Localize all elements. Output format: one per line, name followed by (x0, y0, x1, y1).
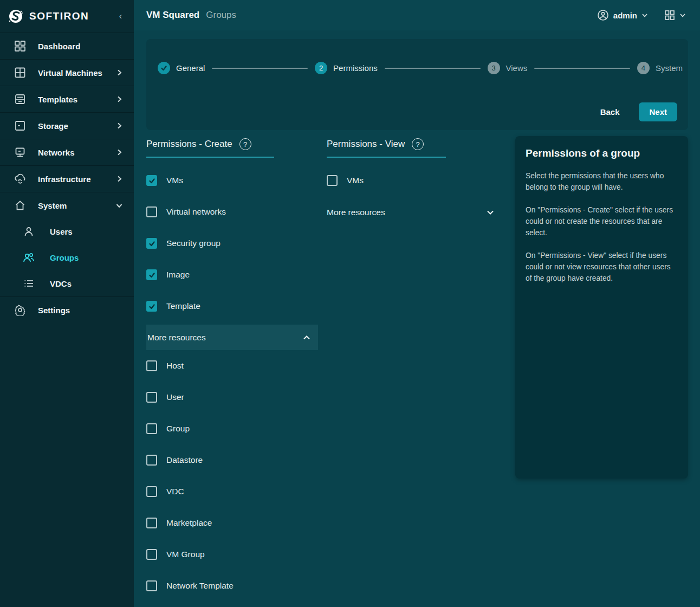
user-icon (22, 225, 35, 238)
title-underline (146, 157, 274, 158)
checkbox-label: VMs (166, 176, 183, 185)
step-label: Views (506, 63, 528, 73)
step-general[interactable]: General (158, 62, 205, 74)
checkbox[interactable] (146, 238, 157, 249)
step-views[interactable]: 3 Views (488, 62, 528, 74)
username: admin (613, 11, 637, 20)
chevron-up-icon (302, 333, 311, 342)
checkbox[interactable] (146, 549, 157, 560)
checkbox[interactable] (146, 360, 157, 371)
brand-name: SOFTIRON (29, 10, 89, 22)
checkbox-label: Template (166, 301, 200, 311)
checkbox[interactable] (146, 518, 157, 528)
home-icon (14, 199, 27, 212)
sidebar-item-templates[interactable]: Templates (0, 86, 134, 112)
chevron-right-icon (115, 95, 123, 103)
help-icon[interactable]: ? (412, 138, 424, 150)
more-resources-label: More resources (147, 333, 206, 343)
permissions-create-title: Permissions - Create ? (146, 136, 318, 157)
sidebar-item-label: Templates (38, 95, 77, 104)
stepper-connector (385, 68, 481, 69)
column-title-text: Permissions - Create (146, 139, 232, 150)
title-underline (327, 157, 446, 158)
chevron-right-icon (115, 69, 123, 76)
checkbox[interactable] (146, 423, 157, 434)
chevron-down-icon (641, 12, 648, 18)
checkbox-label: Datastore (166, 455, 203, 465)
sidebar-item-settings[interactable]: Settings (0, 296, 134, 323)
checkbox[interactable] (327, 175, 338, 186)
checkbox-row-marketplace: Marketplace (146, 507, 318, 539)
checkbox-label: Group (166, 424, 190, 434)
checkbox[interactable] (146, 486, 157, 497)
apps-grid-icon (664, 10, 675, 21)
checkbox[interactable] (146, 175, 157, 186)
templates-icon (14, 93, 27, 106)
users-group-icon (22, 251, 35, 264)
info-paragraph: On "Permissions - Create" select if the … (526, 204, 678, 238)
storage-icon (14, 119, 27, 132)
sidebar-item-label: Settings (38, 306, 70, 315)
permissions-view-column: Permissions - View ? VMs More resources (327, 136, 497, 225)
user-menu[interactable]: admin (597, 9, 648, 21)
checkbox[interactable] (146, 580, 157, 591)
sidebar-item-vdcs[interactable]: VDCs (0, 270, 134, 296)
chevron-right-icon (115, 148, 123, 156)
logo-row: SOFTIRON ‹ (0, 0, 134, 33)
sidebar-item-groups[interactable]: Groups (0, 244, 134, 270)
networks-icon (14, 146, 27, 159)
info-paragraph: Select the permissions that the users wh… (526, 170, 678, 193)
sidebar-item-label: Networks (38, 148, 75, 157)
step-system[interactable]: 4 System (637, 62, 683, 74)
checkbox-row-group: Group (146, 413, 318, 444)
checkbox-row-template: Template (146, 290, 318, 322)
permissions-view-title: Permissions - View ? (327, 136, 497, 157)
sidebar-item-label: Dashboard (38, 42, 80, 51)
page-subtitle: Groups (206, 10, 236, 21)
chevron-down-icon (486, 208, 495, 217)
checkbox-row-vm-group: VM Group (146, 539, 318, 570)
checkbox-row-user: User (146, 382, 318, 413)
step-permissions[interactable]: 2 Permissions (315, 62, 378, 74)
checkbox[interactable] (146, 206, 157, 217)
sidebar-item-label: VDCs (50, 279, 72, 288)
step-number: 3 (488, 62, 500, 74)
info-panel: Permissions of a group Select the permis… (515, 136, 688, 479)
dashboard-icon (14, 40, 27, 53)
sidebar-item-infrastructure[interactable]: Infrastructure (0, 165, 134, 192)
sidebar-item-dashboard[interactable]: Dashboard (0, 33, 134, 59)
checkbox[interactable] (146, 269, 157, 280)
softiron-logo-icon (8, 8, 24, 24)
checkbox-row-network-template: Network Template (146, 570, 318, 602)
checkbox-row-datastore: Datastore (146, 444, 318, 476)
sidebar-item-system[interactable]: System (0, 192, 134, 218)
wizard-card: General 2 Permissions 3 Views 4 System (146, 39, 688, 130)
checkbox-label: VMs (347, 176, 364, 185)
sidebar-item-storage[interactable]: Storage (0, 112, 134, 139)
sidebar-item-networks[interactable]: Networks (0, 139, 134, 165)
sidebar-item-virtual-machines[interactable]: Virtual Machines (0, 59, 134, 86)
permissions-create-column: Permissions - Create ? VMs (146, 136, 318, 602)
sidebar-item-users[interactable]: Users (0, 218, 134, 244)
sidebar-item-label: Virtual Machines (38, 68, 102, 78)
checkbox-label: Image (166, 270, 190, 280)
step-label: Permissions (333, 63, 378, 73)
sidebar-collapse-icon[interactable]: ‹ (116, 10, 125, 22)
checkbox[interactable] (146, 455, 157, 466)
next-button[interactable]: Next (639, 102, 677, 121)
gear-icon (14, 304, 27, 317)
checkbox-label: VM Group (166, 550, 205, 559)
checkbox[interactable] (146, 301, 157, 312)
checkbox[interactable] (146, 392, 157, 403)
help-icon[interactable]: ? (239, 138, 251, 150)
apps-menu[interactable] (664, 10, 686, 21)
chevron-down-icon (115, 202, 123, 209)
checkbox-row-vms: VMs (146, 165, 318, 196)
column-title-text: Permissions - View (327, 139, 405, 150)
checkbox-label: VDC (166, 487, 184, 496)
checkbox-row-security-group: Security group (146, 228, 318, 259)
stepper-connector (534, 68, 630, 69)
back-button[interactable]: Back (597, 107, 623, 117)
more-resources-toggle-view[interactable]: More resources (327, 199, 497, 225)
more-resources-toggle-create[interactable]: More resources (146, 325, 318, 350)
